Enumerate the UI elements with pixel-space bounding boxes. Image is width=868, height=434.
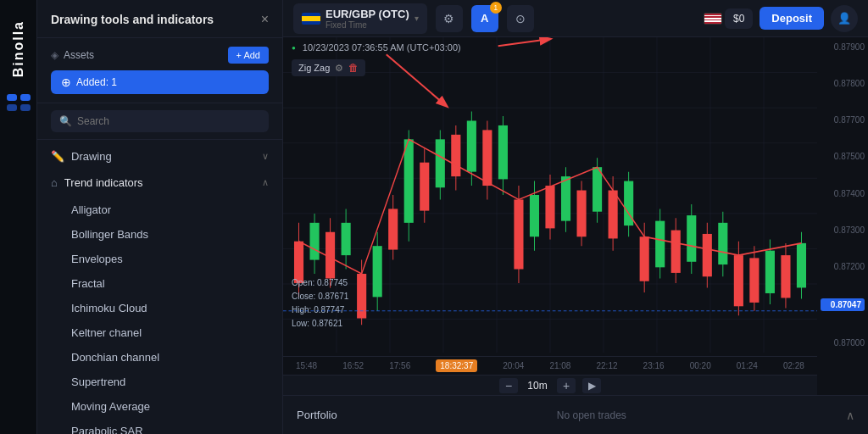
balance-button[interactable]: $0	[725, 8, 753, 29]
high-label: High:	[292, 305, 311, 314]
open-value: 0.87745	[317, 278, 348, 287]
price-8: 0.87000	[821, 338, 865, 348]
top-navbar: EUR/GBP (OTC) Fixed Time ▾ ⚙ A 1 ⊙ $0 De…	[283, 0, 868, 37]
category-drawing[interactable]: ✏️ Drawing ∨	[37, 143, 282, 170]
categories-list: ✏️ Drawing ∨ ⌂ Trend indicators ∧ Alliga…	[37, 140, 282, 434]
svg-rect-28	[342, 223, 351, 255]
zigzag-label: Zig Zag	[298, 63, 330, 73]
svg-rect-72	[687, 215, 696, 262]
indicator-supertrend[interactable]: Supertrend	[37, 370, 282, 394]
svg-rect-70	[671, 231, 681, 273]
svg-rect-80	[749, 258, 759, 303]
svg-rect-62	[609, 191, 618, 239]
deposit-button[interactable]: Deposit	[760, 7, 824, 30]
trend-chevron: ∧	[262, 177, 269, 188]
indicator-keltner[interactable]: Keltner chanel	[37, 320, 282, 345]
brand-sidebar: Binolla	[0, 0, 37, 434]
indicator-ichimoku[interactable]: Ichimoku Cloud	[37, 296, 282, 320]
active-tool-button[interactable]: A 1	[471, 5, 498, 32]
svg-rect-76	[718, 223, 727, 264]
low-value: 0.87621	[312, 319, 342, 328]
search-input[interactable]	[77, 115, 260, 127]
search-input-wrap: 🔍	[51, 110, 269, 132]
portfolio-bar: Portfolio No open trades ∧	[283, 395, 868, 434]
tools-panel: Drawing tools and indicators × Assets + …	[37, 0, 283, 434]
portfolio-status: No open trades	[557, 409, 626, 421]
time-1: 16:52	[342, 361, 364, 370]
svg-rect-68	[655, 221, 665, 268]
drawing-label: Drawing	[71, 150, 112, 163]
chart-timestamp: 10/23/2023 07:36:55 AM (UTC+03:00)	[303, 42, 461, 53]
time-8: 01:24	[737, 361, 758, 370]
live-dot: ●	[292, 44, 296, 52]
timeframe-forward-button[interactable]: ▶	[582, 378, 601, 393]
price-5: 0.87300	[821, 225, 865, 235]
price-2: 0.87700	[821, 115, 865, 125]
price-4: 0.87400	[821, 189, 865, 198]
svg-rect-58	[577, 191, 587, 237]
assets-label: Assets	[51, 49, 94, 61]
indicators-button[interactable]: ⚙	[436, 5, 463, 32]
high-value: 0.87747	[314, 305, 344, 314]
asset-selector[interactable]: EUR/GBP (OTC) Fixed Time ▾	[293, 3, 427, 34]
svg-rect-78	[734, 255, 743, 306]
search-box: 🔍	[37, 103, 282, 140]
svg-rect-74	[703, 234, 712, 276]
svg-rect-24	[310, 223, 320, 260]
price-axis: 0.87900 0.87800 0.87700 0.87500 0.87400 …	[817, 37, 868, 353]
zigzag-tag: Zig Zag ⚙ 🗑	[292, 59, 365, 76]
time-axis: 15:48 16:52 17:56 18:32:37 20:04 21:08 2…	[283, 356, 817, 375]
avatar-button[interactable]: 👤	[831, 5, 858, 32]
portfolio-chevron-icon[interactable]: ∧	[846, 409, 854, 422]
zigzag-settings-icon[interactable]: ⚙	[335, 63, 343, 74]
zigzag-delete-icon[interactable]: 🗑	[348, 62, 359, 74]
close-label: Close:	[292, 292, 315, 301]
indicator-list: Alligator Bollinger Bands Envelopes Frac…	[37, 196, 282, 434]
chart-container: ● 10/23/2023 07:36:55 AM (UTC+03:00) Zig…	[283, 37, 868, 395]
add-asset-button[interactable]: + Add	[228, 47, 269, 64]
current-price: 0.87047	[821, 298, 865, 311]
price-6: 0.87200	[821, 262, 865, 271]
low-label: Low:	[292, 319, 309, 328]
trend-icon: ⌂	[51, 176, 58, 189]
svg-rect-40	[436, 139, 445, 187]
indicator-donchian[interactable]: Donchian channel	[37, 345, 282, 370]
timeframe-minus-button[interactable]: −	[499, 378, 518, 393]
drawing-icon: ✏️	[51, 150, 64, 163]
added-tag: Added: 1	[51, 70, 269, 94]
svg-rect-44	[467, 120, 476, 171]
drawing-chevron: ∨	[262, 151, 269, 162]
asset-time-type: Fixed Time	[326, 20, 409, 30]
svg-rect-82	[765, 251, 775, 293]
svg-rect-34	[388, 209, 398, 249]
svg-rect-54	[545, 186, 554, 228]
time-2: 17:56	[389, 361, 410, 370]
indicator-ma[interactable]: Moving Average	[37, 394, 282, 419]
indicator-bollinger[interactable]: Bollinger Bands	[37, 222, 282, 247]
svg-rect-3	[20, 104, 31, 111]
assets-section: Assets + Add Added: 1	[37, 38, 282, 103]
indicator-envelopes[interactable]: Envelopes	[37, 247, 282, 271]
timeframe-plus-button[interactable]: +	[557, 378, 576, 393]
avatar-icon: 👤	[837, 12, 851, 25]
time-3: 20:04	[503, 361, 524, 370]
tools-title: Drawing tools and indicators	[51, 13, 214, 26]
close-button[interactable]: ×	[261, 12, 269, 27]
main-content: EUR/GBP (OTC) Fixed Time ▾ ⚙ A 1 ⊙ $0 De…	[283, 0, 868, 434]
category-trend[interactable]: ⌂ Trend indicators ∧	[37, 170, 282, 196]
trend-label: Trend indicators	[64, 176, 143, 189]
indicator-fractal[interactable]: Fractal	[37, 271, 282, 296]
open-label: Open:	[292, 278, 314, 287]
svg-rect-84	[781, 255, 790, 298]
svg-rect-0	[7, 94, 17, 101]
chart-info-bar: ● 10/23/2023 07:36:55 AM (UTC+03:00)	[292, 42, 461, 53]
brand-icon	[7, 94, 31, 115]
price-0: 0.87900	[821, 42, 865, 52]
balance-area: $0 Deposit 👤	[704, 5, 858, 32]
settings-button[interactable]: ⊙	[507, 5, 534, 32]
time-6: 23:16	[643, 361, 665, 370]
indicator-parabolic[interactable]: Parabolic SAR	[37, 419, 282, 434]
svg-rect-42	[451, 135, 460, 176]
asset-name: EUR/GBP (OTC)	[326, 8, 409, 20]
indicator-alligator[interactable]: Alligator	[37, 198, 282, 222]
